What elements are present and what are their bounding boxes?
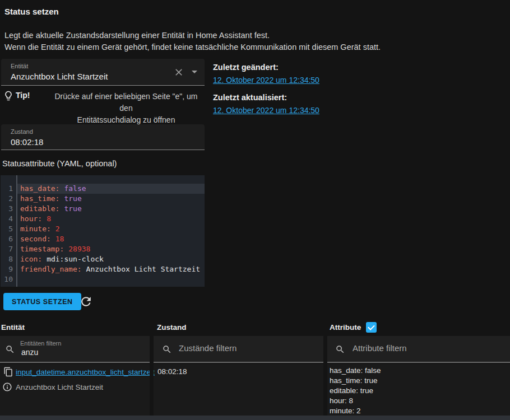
yaml-key: icon: (20, 255, 42, 263)
table-bottom-strip (0, 416, 510, 420)
table-filter-row: Entitäten filtern (0, 336, 510, 363)
tip-label: Tip! (16, 91, 30, 100)
entity-id-link[interactable]: input_datetime.anzuchtbox_licht_startzei… (16, 368, 155, 376)
yaml-value: true (64, 204, 81, 213)
entity-field-label: Entität (11, 63, 28, 69)
attribute-line: hour: 8 (330, 396, 508, 406)
set-state-button[interactable]: STATUS SETZEN (3, 293, 81, 310)
state-field[interactable]: Zustand 08:02:18 (1, 124, 205, 150)
yaml-value: false (64, 184, 86, 193)
attribute-line: minute: 2 (330, 406, 508, 415)
entity-filter-label: Entitäten filtern (20, 340, 61, 347)
yaml-key: timestamp: (20, 245, 64, 253)
last-changed-link[interactable]: 12. Oktober 2022 um 12:34:50 (213, 76, 319, 85)
chevron-down-icon[interactable] (192, 71, 197, 73)
yaml-line: 2 has_time:true (1, 194, 205, 204)
yaml-value: 8 (47, 214, 51, 223)
tip-text-line-1: Drücke auf einer beliebigen Seite "e", u… (48, 91, 205, 114)
yaml-value: 28938 (68, 245, 90, 253)
refresh-icon[interactable] (79, 295, 93, 309)
yaml-value: 18 (55, 235, 64, 243)
tip-text: Drücke auf einer beliebigen Seite "e", u… (48, 91, 205, 126)
yaml-line: 5 minute:2 (1, 224, 205, 234)
line-number: 6 (1, 234, 16, 244)
attribute-filter-input[interactable] (351, 343, 494, 353)
page-description: Legt die aktuelle Zustandsdarstellung ei… (4, 30, 381, 53)
column-header-entity: Entität (1, 323, 25, 332)
yaml-line: 9 friendly_name:Anzuchtbox Licht Startze… (1, 264, 205, 274)
yaml-line: 7 timestamp:28938 (1, 244, 205, 254)
column-header-state: Zustand (157, 323, 187, 332)
line-number: 10 (1, 274, 16, 284)
info-icon[interactable] (2, 382, 12, 392)
line-number: 1 (1, 184, 16, 194)
yaml-line: 4 hour:8 (1, 214, 205, 224)
column-header-attributes: Attribute (330, 323, 361, 332)
state-filter-input[interactable] (178, 343, 309, 353)
search-icon (335, 344, 345, 354)
yaml-key: friendly_name: (20, 265, 82, 273)
yaml-value: mdi:sun-clock (47, 255, 104, 263)
column-divider (323, 335, 327, 416)
yaml-key: has_time: (20, 194, 59, 203)
line-number: 8 (1, 254, 16, 264)
tip-row: Tip! Drücke auf einer beliebigen Seite "… (0, 88, 205, 114)
line-number: 3 (1, 204, 16, 214)
state-field-value[interactable]: 08:02:18 (11, 137, 43, 147)
entity-field-value[interactable]: Anzuchtbox Licht Startzeit (11, 72, 108, 81)
yaml-key: second: (20, 235, 51, 243)
attribute-line: editable: true (330, 386, 508, 396)
entity-friendly-name: Anzuchtbox Licht Startzeit (16, 383, 103, 391)
yaml-key: minute: (20, 225, 51, 233)
entity-field[interactable]: Entität Anzuchtbox Licht Startzeit (1, 59, 205, 86)
yaml-line: 3 editable:true (1, 204, 205, 214)
page-title: Status setzen (4, 7, 59, 16)
last-changed-label: Zuletzt geändert: (213, 63, 279, 72)
attributes-section-label: Statusattribute (YAML, optional) (2, 159, 117, 168)
yaml-editor[interactable]: 1 has_date:false 2 has_time:true 3 edita… (1, 175, 205, 287)
yaml-key: editable: (20, 204, 59, 213)
entity-filter-input[interactable] (20, 347, 140, 357)
search-icon (162, 344, 172, 354)
yaml-value: Anzuchtbox Licht Startzeit (86, 265, 201, 273)
yaml-key: has_date: (20, 184, 59, 193)
line-number: 2 (1, 194, 16, 204)
yaml-value: true (64, 194, 81, 203)
yaml-line: 8 icon:mdi:sun-clock (1, 254, 205, 264)
clear-entity-icon[interactable] (173, 67, 184, 78)
line-number: 4 (1, 214, 16, 224)
search-icon (5, 344, 15, 354)
last-updated-link[interactable]: 12. Oktober 2022 um 12:34:50 (213, 106, 319, 115)
yaml-value: 2 (55, 225, 60, 233)
checkmark-icon (368, 323, 375, 330)
yaml-line: 10 (1, 274, 205, 284)
entity-state-value: 08:02:18 (157, 367, 187, 376)
line-number: 9 (1, 264, 16, 274)
set-state-page: Status setzen Legt die aktuelle Zustands… (0, 0, 510, 420)
entity-attributes-cell: has_date: falsehas_time: trueeditable: t… (330, 366, 508, 415)
yaml-key: hour: (20, 214, 42, 223)
description-line-2: Wenn die Entität zu einem Gerät gehört, … (4, 41, 381, 53)
attributes-checkbox[interactable] (366, 322, 377, 333)
line-number: 7 (1, 244, 16, 254)
attribute-line: has_time: true (330, 376, 508, 386)
line-number: 5 (1, 224, 16, 234)
lightbulb-icon (3, 90, 14, 101)
attribute-line: has_date: false (330, 366, 508, 376)
column-divider (150, 335, 154, 416)
yaml-line: 6 second:18 (1, 234, 205, 244)
yaml-line: 1 has_date:false (1, 184, 205, 194)
description-line-1: Legt die aktuelle Zustandsdarstellung ei… (4, 30, 381, 41)
state-field-label: Zustand (11, 128, 33, 135)
last-updated-label: Zuletzt aktualisiert: (213, 93, 287, 102)
copy-entity-id-icon[interactable] (3, 367, 13, 377)
